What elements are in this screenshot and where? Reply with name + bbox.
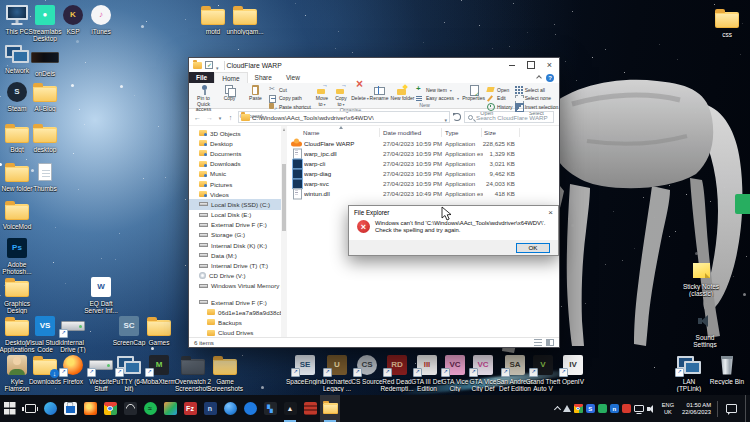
header-size[interactable]: Size (484, 129, 496, 136)
icon-voicemod[interactable]: VoiceMod (0, 198, 34, 230)
forward-button[interactable] (205, 113, 214, 122)
nav-internal-drive-t[interactable]: Internal Drive (T) (T:) (189, 260, 281, 270)
copy-button[interactable]: Copy (217, 85, 242, 102)
refresh-icon[interactable] (453, 113, 461, 121)
header-type[interactable]: Type (445, 129, 458, 136)
header-name[interactable]: Name (303, 129, 320, 136)
nav-videos[interactable]: Videos (189, 189, 281, 199)
photos-icon[interactable] (160, 395, 180, 422)
icon-green-app[interactable] (728, 192, 750, 217)
icon-internal-drive-t[interactable]: Internal Drive (T) (56, 314, 90, 353)
paste-button[interactable]: Paste (243, 85, 268, 102)
blue-app-icon[interactable] (240, 395, 260, 422)
delete-button[interactable]: Delete (351, 85, 369, 102)
globe-app-icon[interactable] (220, 395, 240, 422)
nav-external-drive-f-section[interactable]: External Drive F (F:) (189, 297, 281, 307)
tray-blue-icon[interactable]: S (586, 404, 595, 413)
icon-ai-blog[interactable]: AI-Blog (28, 80, 62, 112)
up-button[interactable] (226, 113, 235, 122)
icon-spaceengine[interactable]: SE SpaceEngine (288, 353, 322, 385)
chrome-icon[interactable] (100, 395, 120, 422)
media-app-icon[interactable]: ▲ (280, 395, 300, 422)
clock[interactable]: 01:50 AM 22/06/2023 (679, 402, 714, 416)
nav-storage-g[interactable]: Storage (G:) (189, 230, 281, 240)
language-indicator[interactable]: ENG UK (660, 402, 676, 415)
copy-to-button[interactable]: Copy to (332, 85, 350, 107)
icon-eq-daft-server[interactable]: W EQ Daft Server Inf... (84, 275, 118, 314)
dialog-close-icon[interactable] (548, 208, 553, 217)
nav-hash-folder[interactable]: 06d1e1ea7a98a9d38c8052fe (189, 307, 281, 317)
chrome-tray-icon[interactable] (574, 404, 583, 413)
filezilla-icon[interactable]: Fz (180, 395, 200, 422)
icon-css[interactable]: css (710, 6, 744, 38)
address-dropdown-icon[interactable] (444, 108, 447, 126)
nav-3d-objects[interactable]: 3D Objects (189, 128, 281, 138)
warp_ipc.dll[interactable]: warp_ipc.dll 27/04/2023 10:59 PM Applica… (287, 148, 559, 158)
firefox-icon[interactable] (80, 395, 100, 422)
wintun.dll[interactable]: wintun.dll 27/04/2023 10:49 PM Applicati… (287, 188, 559, 198)
icon-sticky-notes[interactable]: Sticky Notes (classic) (684, 258, 718, 297)
display-tray-icon[interactable] (634, 405, 644, 412)
back-button[interactable] (193, 113, 202, 122)
rename-button[interactable]: Rename (370, 85, 388, 102)
utorrent-icon[interactable]: ▚ (260, 395, 280, 422)
qat-chevron-icon[interactable] (216, 56, 219, 74)
ok-button[interactable]: OK (516, 243, 550, 253)
nav-external-drive-f[interactable]: External Drive F (F:) (189, 220, 281, 230)
action-center-icon[interactable] (726, 404, 737, 413)
warp-diag[interactable]: warp-diag 27/04/2023 10:59 PM Applicatio… (287, 168, 559, 178)
search-input[interactable]: Search CloudFlare WARP (464, 111, 554, 123)
icon-uncharted[interactable]: U Uncharted Legacy ... (320, 353, 354, 392)
tray-red-icon[interactable] (622, 404, 631, 413)
help-icon[interactable] (546, 74, 554, 82)
invert-selection-button[interactable]: Invert selection (515, 103, 559, 110)
nav-music[interactable]: Music (189, 169, 281, 179)
icon-games[interactable]: Games (142, 314, 176, 346)
tab-share[interactable]: Share (248, 72, 279, 83)
icon-lan-tplink[interactable]: LAN (TPLink) (672, 353, 706, 392)
store-icon[interactable] (60, 395, 80, 422)
icon-mobaxterm[interactable]: M MobaXterm (142, 353, 176, 385)
header-date-modified[interactable]: Date modified (383, 129, 421, 136)
icon-unholygam[interactable]: unholygam... (228, 3, 262, 35)
icon-itunes[interactable]: ♪ iTunes (84, 3, 118, 35)
icon-overwatch-screenshots[interactable]: Overwatch 2 Screenshots (176, 353, 210, 392)
edge-icon[interactable] (40, 395, 60, 422)
tray-n-icon[interactable]: n (610, 404, 619, 413)
copy-path-button[interactable]: Copy path (269, 95, 311, 102)
show-desktop-button[interactable] (745, 395, 748, 422)
icon-photoshop[interactable]: Ps Adobe Photosh... (0, 236, 34, 275)
recent-locations-icon[interactable] (217, 113, 223, 122)
nav-desktop[interactable]: Desktop (189, 138, 281, 148)
easy-access-button[interactable]: Easy access (416, 95, 459, 102)
start-button[interactable] (0, 395, 20, 422)
icon-recycle-bin[interactable]: Recycle Bin (710, 353, 744, 385)
details-view-icon[interactable] (534, 339, 542, 346)
tray-green-icon[interactable] (598, 404, 607, 413)
nav-pictures[interactable]: Pictures (189, 179, 281, 189)
nav-local-disk-c[interactable]: Local Disk (SSD) (C:) (189, 199, 281, 209)
select-all-button[interactable]: Select all (515, 86, 559, 93)
thumbnail-view-icon[interactable] (546, 339, 554, 346)
icon-thumbs[interactable]: Thumbs (28, 160, 62, 192)
paste-shortcut-button[interactable]: Paste shortcut (269, 103, 311, 110)
nav-local-disk-e[interactable]: Local Disk (E:) (189, 210, 281, 220)
open-button[interactable]: Open (487, 86, 513, 93)
icon-graphics-design[interactable]: Graphics Design (0, 275, 34, 314)
address-bar[interactable]: C:\Windows\AAct_Tools\wdvdriver\x64WDV\ (238, 111, 450, 123)
nav-data-m[interactable]: Data (M:) (189, 250, 281, 260)
nav-cloud-drives[interactable]: Cloud Drives (189, 328, 281, 337)
pin-quick-access-button[interactable]: Pin to Quick access (191, 85, 216, 113)
CloudFlare WARP[interactable]: CloudFlare WARP 27/04/2023 10:59 PM Appl… (287, 138, 559, 148)
icon-desktop-folder[interactable]: desktop (28, 121, 62, 153)
move-to-button[interactable]: Move to (313, 85, 331, 107)
notepad-icon[interactable]: n (200, 395, 220, 422)
satellite-app-icon[interactable] (120, 395, 140, 422)
warp-cli[interactable]: warp-cli 27/04/2023 10:59 PM Application… (287, 158, 559, 168)
icon-gta5[interactable]: V Grand Theft Auto V (526, 353, 560, 392)
icon-openiv[interactable]: IV OpenIV (556, 353, 590, 385)
builder-app-icon[interactable] (300, 395, 320, 422)
nav-internal-disk-k[interactable]: Internal Disk (K) (K:) (189, 240, 281, 250)
new-item-button[interactable]: New item (416, 86, 459, 93)
icon-motd[interactable]: motd (196, 3, 230, 35)
